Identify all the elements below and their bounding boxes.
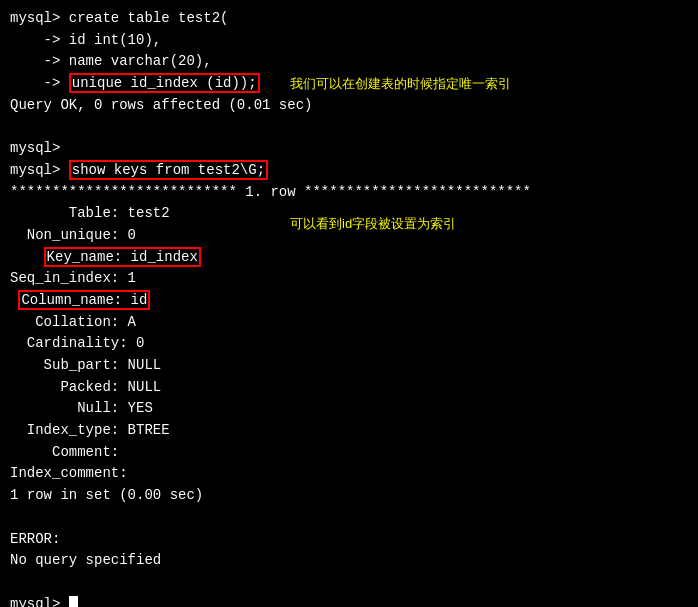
line-20: Index_type: BTREE (10, 420, 688, 442)
line-23: 1 row in set (0.00 sec) (10, 485, 688, 507)
line-27 (10, 572, 688, 594)
line-28: mysql> (10, 594, 688, 607)
line-26: No query specified (10, 550, 688, 572)
line-17: Sub_part: NULL (10, 355, 688, 377)
line-8: mysql> show keys from test2\G; (10, 160, 688, 182)
column-name-highlight: Column_name: id (18, 290, 150, 310)
line-21: Comment: (10, 442, 688, 464)
unique-index-highlight: unique id_index (id)); (69, 73, 260, 93)
line-7: mysql> (10, 138, 688, 160)
key-name-highlight: Key_name: id_index (44, 247, 201, 267)
line-5: Query OK, 0 rows affected (0.01 sec) (10, 95, 688, 117)
line-3: -> name varchar(20), (10, 51, 688, 73)
line-9: *************************** 1. row *****… (10, 182, 688, 204)
line-13: Seq_in_index: 1 (10, 268, 688, 290)
annotation-id-field: 可以看到id字段被设置为索引 (290, 215, 456, 233)
line-12: Key_name: id_index (10, 247, 688, 269)
annotation-unique-index: 我们可以在创建表的时候指定唯一索引 (290, 75, 511, 93)
line-22: Index_comment: (10, 463, 688, 485)
terminal-window: mysql> create table test2( -> id int(10)… (0, 0, 698, 607)
line-2: -> id int(10), (10, 30, 688, 52)
line-25: ERROR: (10, 529, 688, 551)
line-6 (10, 116, 688, 138)
show-keys-highlight: show keys from test2\G; (69, 160, 268, 180)
line-15: Collation: A (10, 312, 688, 334)
line-19: Null: YES (10, 398, 688, 420)
line-14: Column_name: id (10, 290, 688, 312)
line-16: Cardinality: 0 (10, 333, 688, 355)
terminal-cursor (69, 596, 78, 607)
line-18: Packed: NULL (10, 377, 688, 399)
line-24 (10, 507, 688, 529)
line-1: mysql> create table test2( (10, 8, 688, 30)
